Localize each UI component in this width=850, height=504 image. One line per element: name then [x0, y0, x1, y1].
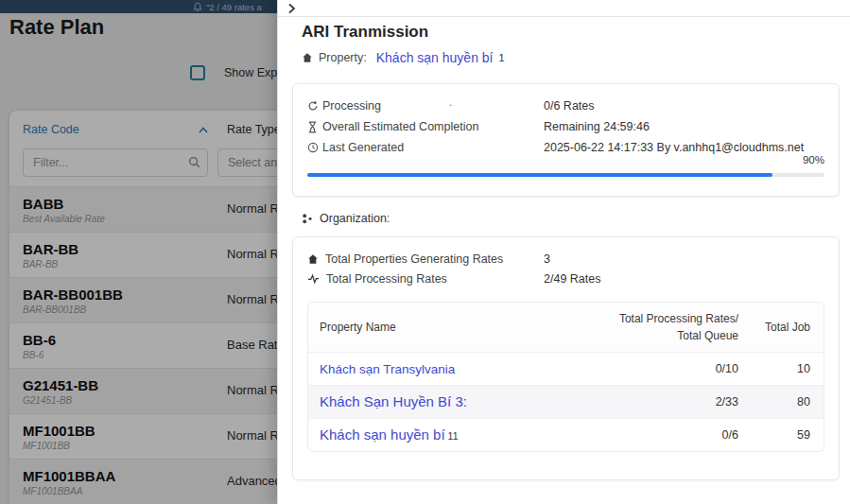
rates-cell: 2/33	[597, 395, 738, 408]
transmission-status-card: Processing . 0/6 Rates Overall Estimated…	[292, 83, 840, 197]
home-icon	[302, 52, 313, 63]
rates-cell: 0/10	[597, 362, 738, 375]
organization-label: Organization:	[320, 212, 390, 225]
total-job-header: Total Job	[738, 321, 824, 334]
rates-cell: 0/6	[597, 428, 738, 442]
panel-title: ARI Tranmission	[302, 23, 428, 42]
organization-icon	[302, 213, 313, 225]
organization-section-header: Organization:	[302, 212, 390, 225]
estimated-completion-row: Overall Estimated Completion Remaining 2…	[307, 116, 824, 137]
hourglass-icon	[307, 121, 322, 133]
property-row: Property: Khách sạn huyền bí 1	[302, 50, 505, 65]
property-table-row: Khách sạn huyền bí11 0/6 59	[308, 418, 824, 451]
progress-bar	[307, 173, 824, 177]
activity-icon	[307, 273, 320, 285]
estimated-completion-value: Remaining 24:59:46	[544, 120, 650, 133]
estimated-completion-label: Overall Estimated Completion	[322, 120, 478, 133]
total-properties-row: Total Properties Generating Rates 3	[307, 249, 824, 269]
last-generated-value: 2025-06-22 14:17:33 By v.anhhq1@cloudhms…	[544, 141, 804, 154]
panel-header-strip	[278, 0, 850, 17]
property-table-row: Khách Sạn Huyền Bí 3: 2/33 80	[308, 385, 824, 418]
property-suffix: 11	[448, 430, 459, 442]
processing-value: 0/6 Rates	[544, 99, 595, 113]
jobs-cell: 59	[738, 428, 824, 442]
property-name-link[interactable]: Khách sạn huyền bí	[376, 50, 494, 65]
property-link[interactable]: Khách sạn Transylvania	[320, 362, 455, 376]
total-properties-label: Total Properties Generating Rates	[325, 252, 503, 266]
total-processing-label: Total Processing Rates	[326, 272, 447, 286]
progress-percent-label: 90%	[803, 154, 824, 165]
ari-transmission-panel: ARI Tranmission Property: Khách sạn huyề…	[277, 0, 850, 504]
collapse-panel-icon[interactable]	[287, 3, 296, 14]
property-table: Property Name Total Processing Rates/ To…	[307, 302, 824, 452]
total-processing-value: 2/49 Rates	[544, 272, 600, 286]
processing-rates-header: Total Processing Rates/ Total Queue	[597, 310, 738, 344]
home-icon	[307, 253, 319, 265]
property-label: Property:	[319, 51, 367, 64]
last-generated-label: Last Generated	[322, 141, 404, 154]
property-link[interactable]: Khách Sạn Huyền Bí 3:	[320, 393, 467, 409]
jobs-cell: 10	[738, 362, 824, 375]
jobs-cell: 80	[738, 395, 824, 408]
last-generated-row: Last Generated 2025-06-22 14:17:33 By v.…	[307, 137, 824, 158]
refresh-icon	[307, 100, 322, 112]
property-name-header: Property Name	[308, 321, 597, 334]
processing-label: Processing	[322, 99, 381, 113]
processing-row: Processing . 0/6 Rates	[307, 96, 824, 116]
processing-ellipsis: .	[449, 96, 452, 109]
progress-bar-fill	[307, 173, 772, 177]
clock-icon	[307, 142, 322, 153]
organization-card: Total Properties Generating Rates 3 Tota…	[292, 236, 840, 480]
property-number: 1	[498, 52, 504, 63]
total-processing-row: Total Processing Rates 2/49 Rates	[307, 269, 824, 288]
property-table-row: Khách sạn Transylvania 0/10 10	[308, 352, 824, 385]
property-table-header: Property Name Total Processing Rates/ To…	[308, 303, 824, 352]
total-properties-value: 3	[544, 252, 550, 266]
property-link[interactable]: Khách sạn huyền bí	[320, 426, 445, 443]
